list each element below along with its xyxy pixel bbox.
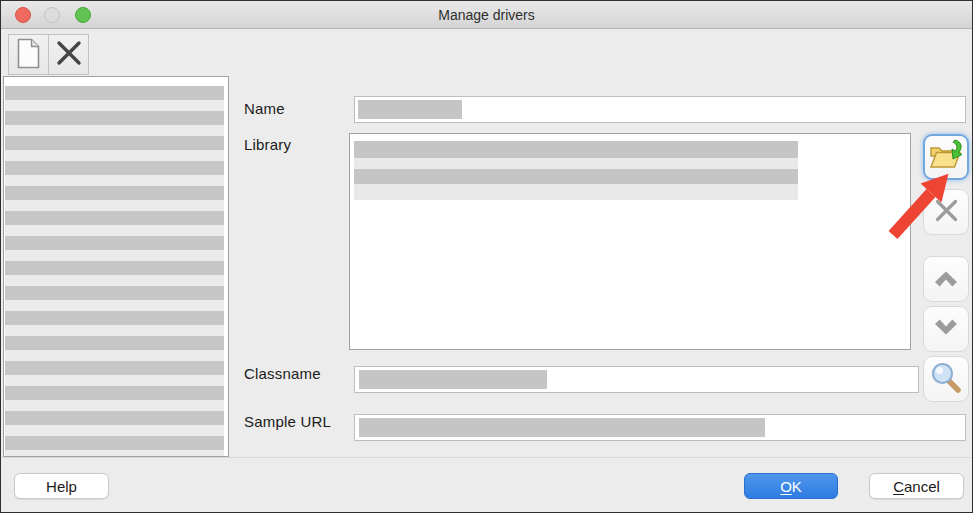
driver-list-item[interactable] [5,436,224,457]
delete-driver-button[interactable] [48,34,89,75]
driver-list-item[interactable] [5,161,224,186]
manage-drivers-window: Manage drivers Name Library Classname Sa… [0,0,973,513]
name-label: Name [244,100,285,117]
driver-list-item[interactable] [5,361,224,386]
new-document-icon [16,38,41,72]
driver-list-item[interactable] [5,136,224,161]
cancel-button[interactable]: Cancel [869,473,964,499]
sample-url-label: Sample URL [244,413,331,430]
classname-input[interactable] [354,366,919,393]
titlebar: Manage drivers [1,1,972,29]
move-down-button[interactable] [923,306,969,352]
drivers-list[interactable] [3,76,229,457]
chevron-down-icon [931,318,961,341]
driver-list-item[interactable] [5,386,224,411]
sample-url-input[interactable] [354,414,966,441]
help-button[interactable]: Help [14,473,109,499]
driver-list-item[interactable] [5,286,224,311]
ok-button[interactable]: OK [744,473,838,499]
redacted-library-entry [354,141,798,158]
footer-divider [1,457,972,458]
magnifier-icon [929,361,963,398]
redacted-library-entry [354,184,798,200]
driver-list-item[interactable] [5,86,224,111]
redacted-library-entry [354,169,798,184]
remove-library-button[interactable] [923,189,969,235]
new-driver-button[interactable] [8,34,49,75]
x-icon [54,38,84,71]
window-title: Manage drivers [1,1,972,29]
redacted-library-entry [354,158,798,169]
open-library-button[interactable] [923,134,969,180]
find-class-button[interactable] [923,356,969,402]
driver-list-item[interactable] [5,311,224,336]
library-label: Library [244,136,291,153]
driver-list-item[interactable] [5,111,224,136]
driver-list-item[interactable] [5,211,224,236]
name-input[interactable] [354,96,966,123]
chevron-up-icon [931,268,961,291]
driver-list-item[interactable] [5,336,224,361]
driver-list-item[interactable] [5,261,224,286]
library-listbox[interactable] [349,133,911,350]
redacted-text [359,418,765,437]
folder-open-icon [927,139,965,175]
redacted-text [358,100,462,119]
x-icon [933,197,960,227]
classname-label: Classname [244,365,321,382]
driver-list-item[interactable] [5,236,224,261]
redacted-text [359,370,547,389]
driver-list-item[interactable] [5,186,224,211]
driver-list-item[interactable] [5,411,224,436]
move-up-button[interactable] [923,256,969,302]
